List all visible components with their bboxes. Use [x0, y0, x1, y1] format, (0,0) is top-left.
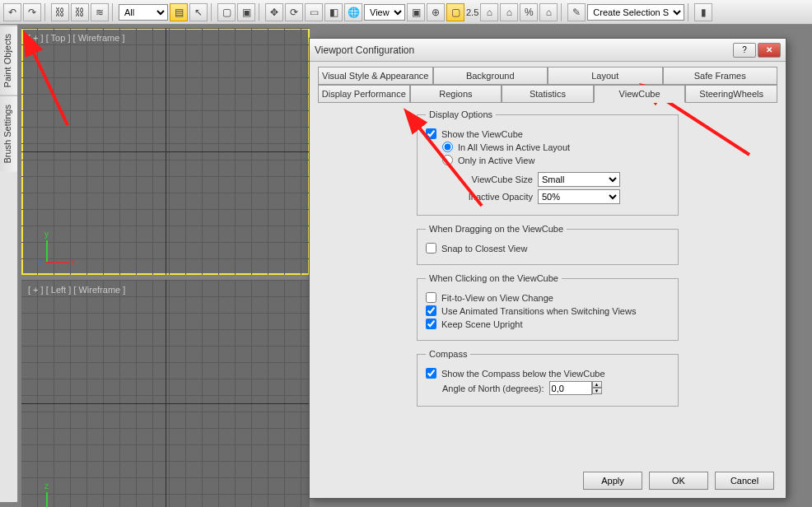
- refcoord-dropdown[interactable]: View: [364, 4, 405, 21]
- select-object-icon[interactable]: ▤: [170, 3, 188, 21]
- dialog-title: Viewport Configuration: [315, 44, 414, 56]
- pivot-icon[interactable]: ▣: [407, 3, 425, 21]
- legend-when-dragging: When Dragging on the ViewCube: [426, 224, 567, 234]
- viewport-top[interactable]: [ + ] [ Top ] [ Wireframe ] yxz: [21, 28, 310, 275]
- label-fit-to-view: Fit-to-View on View Change: [441, 293, 553, 303]
- placement-icon[interactable]: ◧: [324, 3, 343, 21]
- select-inactive-opacity[interactable]: 50%: [538, 189, 620, 204]
- filter-dropdown[interactable]: All: [119, 4, 168, 21]
- select-region-icon[interactable]: ▢: [217, 3, 236, 21]
- tab-steeringwheels[interactable]: SteeringWheels: [685, 85, 777, 103]
- label-snap-closest: Snap to Closest View: [441, 244, 527, 254]
- legend-compass: Compass: [426, 349, 470, 359]
- label-animated-transitions: Use Animated Transitions when Switching …: [441, 306, 636, 316]
- dialog-titlebar[interactable]: Viewport Configuration ? ✕: [310, 39, 786, 62]
- scale-icon[interactable]: ▭: [305, 3, 323, 21]
- label-angle-north: Angle of North (degrees):: [442, 384, 544, 393]
- tab-display-performance[interactable]: Display Performance: [318, 85, 410, 103]
- select-viewcube-size[interactable]: Small: [538, 172, 620, 187]
- label-keep-upright: Keep Scene Upright: [441, 319, 522, 329]
- side-tabs: Paint Objects Brush Settings: [0, 25, 18, 502]
- fieldset-display-options: Display Options Show the ViewCube In All…: [417, 109, 679, 216]
- side-tab-paint-objects[interactable]: Paint Objects: [0, 25, 17, 95]
- checkbox-fit-to-view[interactable]: [426, 292, 436, 303]
- checkbox-keep-upright[interactable]: [426, 319, 436, 329]
- undo-icon[interactable]: ↶: [3, 3, 21, 21]
- fieldset-when-clicking: When Clicking on the ViewCube Fit-to-Vie…: [417, 273, 679, 341]
- percent-snap-icon[interactable]: %: [520, 3, 538, 21]
- label-show-compass: Show the Compass below the ViewCube: [441, 369, 605, 379]
- tab-visual-style[interactable]: Visual Style & Appearance: [318, 67, 433, 85]
- help-button[interactable]: ?: [733, 43, 756, 58]
- select-cursor-icon[interactable]: ↖: [189, 3, 208, 21]
- checkbox-show-compass[interactable]: [426, 368, 436, 379]
- legend-display-options: Display Options: [426, 109, 496, 119]
- fieldset-compass: Compass Show the Compass below the ViewC…: [417, 349, 679, 407]
- fieldset-when-dragging: When Dragging on the ViewCube Snap to Cl…: [417, 224, 679, 265]
- tab-statistics[interactable]: Statistics: [502, 85, 594, 103]
- label-inactive-opacity: Inactive Opacity: [442, 192, 533, 202]
- spinner-down-icon[interactable]: ▼: [592, 388, 602, 394]
- label-only-active: Only in Active View: [458, 156, 534, 165]
- viewport-top-label[interactable]: [ + ] [ Top ] [ Wireframe ]: [28, 33, 124, 43]
- legend-when-clicking: When Clicking on the ViewCube: [426, 273, 562, 283]
- snap-toggle-icon[interactable]: ⌂: [480, 3, 498, 21]
- checkbox-show-viewcube[interactable]: [426, 128, 436, 139]
- mirror-icon[interactable]: ▮: [694, 3, 712, 21]
- move-icon[interactable]: ✥: [265, 3, 283, 21]
- dialog-tabs: Visual Style & Appearance Background Lay…: [318, 67, 777, 103]
- link-icon[interactable]: ⛓: [51, 3, 69, 21]
- apply-button[interactable]: Apply: [583, 472, 642, 490]
- label-in-all-views: In All Views in Active Layout: [458, 142, 570, 152]
- tab-regions[interactable]: Regions: [410, 85, 502, 103]
- unlink-icon[interactable]: ⛓: [71, 3, 89, 21]
- checkbox-animated-transitions[interactable]: [426, 305, 436, 316]
- label-viewcube-size: ViewCube Size: [442, 174, 533, 184]
- close-button[interactable]: ✕: [758, 43, 781, 58]
- earth-icon[interactable]: 🌐: [344, 3, 362, 21]
- select-window-icon[interactable]: ▣: [237, 3, 255, 21]
- tab-safe-frames[interactable]: Safe Frames: [663, 67, 778, 85]
- radio-in-all-views[interactable]: [442, 142, 453, 152]
- rotate-icon[interactable]: ⟳: [285, 3, 303, 21]
- radio-only-active[interactable]: [442, 155, 453, 165]
- viewport-configuration-dialog: Viewport Configuration ? ✕ Visual Style …: [309, 38, 786, 499]
- cancel-button[interactable]: Cancel: [715, 472, 774, 490]
- main-toolbar: ↶ ↷ ⛓ ⛓ ≋ All ▤ ↖ ▢ ▣ ✥ ⟳ ▭ ◧ 🌐 View ▣ ⊕…: [0, 0, 812, 25]
- bind-icon[interactable]: ≋: [91, 3, 109, 21]
- ok-button[interactable]: OK: [649, 472, 708, 490]
- checkbox-snap-closest[interactable]: [426, 243, 436, 254]
- edit-named-icon[interactable]: ✎: [567, 3, 586, 21]
- tab-viewcube[interactable]: ViewCube: [594, 85, 686, 103]
- angle-snap-icon[interactable]: ⌂: [500, 3, 518, 21]
- selection-lock-icon[interactable]: ▢: [446, 3, 464, 21]
- named-selection-dropdown[interactable]: Create Selection Se: [587, 4, 684, 21]
- snap-value: 2.5: [466, 7, 478, 17]
- spinner-up-icon[interactable]: ▲: [592, 381, 602, 388]
- tab-background[interactable]: Background: [433, 67, 548, 85]
- input-angle-north[interactable]: [549, 381, 592, 395]
- viewport-left-label[interactable]: [ + ] [ Left ] [ Wireframe ]: [28, 285, 125, 295]
- redo-icon[interactable]: ↷: [23, 3, 41, 21]
- label-show-viewcube: Show the ViewCube: [441, 129, 523, 139]
- tab-layout[interactable]: Layout: [548, 67, 663, 85]
- viewport-left[interactable]: [ + ] [ Left ] [ Wireframe ] zxy: [21, 280, 310, 507]
- side-tab-brush-settings[interactable]: Brush Settings: [0, 95, 17, 172]
- spinner-snap-icon[interactable]: ⌂: [539, 3, 558, 21]
- manip-icon[interactable]: ⊕: [427, 3, 445, 21]
